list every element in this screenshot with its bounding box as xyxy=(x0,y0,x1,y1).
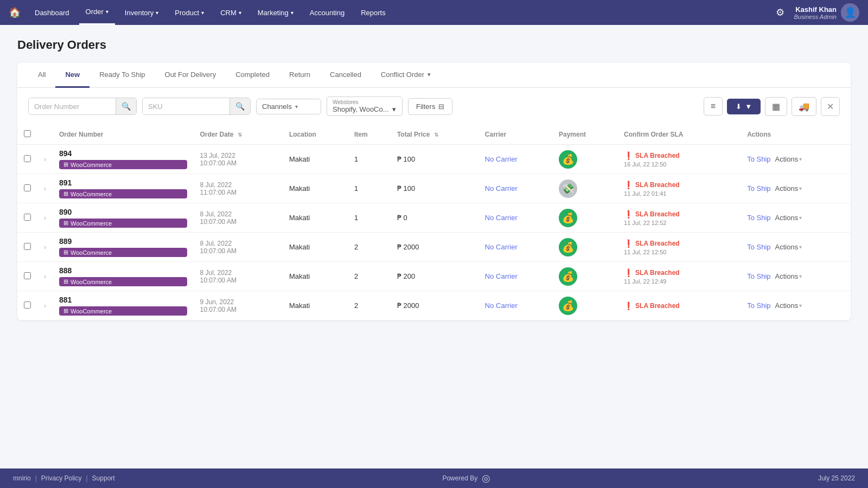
select-all-checkbox[interactable] xyxy=(24,130,31,137)
sla-status: ❗ SLA Breached xyxy=(624,151,734,160)
nav-order[interactable]: Order ▾ xyxy=(79,0,115,25)
actions-dropdown[interactable]: Actions▾ xyxy=(775,155,802,163)
location: Makati xyxy=(289,272,310,280)
to-ship-button[interactable]: To Ship xyxy=(747,301,770,310)
to-ship-button[interactable]: To Ship xyxy=(747,243,770,251)
col-actions: Actions xyxy=(741,125,851,145)
row-checkbox-cell xyxy=(17,145,37,174)
tab-ready-to-ship[interactable]: Ready To Ship xyxy=(90,63,155,88)
to-ship-button[interactable]: To Ship xyxy=(747,184,770,192)
row-checkbox[interactable] xyxy=(24,214,31,221)
row-expand-cell: › xyxy=(37,262,53,291)
row-item-cell: 2 xyxy=(348,291,391,320)
carrier: No Carrier xyxy=(485,272,518,280)
col-item: Item xyxy=(348,125,391,145)
row-checkbox[interactable] xyxy=(24,184,31,191)
expand-icon[interactable]: › xyxy=(44,214,46,222)
tab-out-for-delivery[interactable]: Out For Delivery xyxy=(155,63,226,88)
row-checkbox[interactable] xyxy=(24,155,31,162)
order-number-filter: 🔍 xyxy=(28,98,137,115)
page-title: Delivery Orders xyxy=(17,38,851,52)
row-checkbox-cell xyxy=(17,262,37,291)
actions-dropdown[interactable]: Actions▾ xyxy=(775,243,802,251)
nav-reports[interactable]: Reports xyxy=(354,0,392,25)
row-actions-cell: To Ship Actions▾ xyxy=(741,203,851,233)
row-carrier-cell: No Carrier xyxy=(478,291,552,320)
col-total-price[interactable]: Total Price ⇅ xyxy=(391,125,478,145)
platform-badge: ⊞ WooCommerce xyxy=(59,277,187,286)
col-carrier: Carrier xyxy=(478,125,552,145)
nav-product[interactable]: Product ▾ xyxy=(168,0,210,25)
tab-new[interactable]: New xyxy=(55,63,90,88)
truck-button[interactable]: 🚚 xyxy=(792,97,816,116)
row-checkbox[interactable] xyxy=(24,243,31,250)
sku-search-button[interactable]: 🔍 xyxy=(229,98,250,114)
navbar: 🏠 Dashboard Order ▾ Inventory ▾ Product … xyxy=(0,0,868,25)
tab-completed[interactable]: Completed xyxy=(226,63,279,88)
to-ship-button[interactable]: To Ship xyxy=(747,155,770,163)
expand-icon[interactable]: › xyxy=(44,156,46,163)
platform-badge: ⊞ WooCommerce xyxy=(59,160,187,169)
actions-dropdown[interactable]: Actions▾ xyxy=(775,184,802,192)
sla-date: 11 Jul, 22 01:41 xyxy=(624,190,734,197)
woo-icon: ⊞ xyxy=(63,278,68,285)
user-profile[interactable]: Kashif Khan Business Admin 👤 xyxy=(794,3,859,22)
carrier: No Carrier xyxy=(485,243,518,251)
expand-icon[interactable]: › xyxy=(44,273,46,280)
download-button[interactable]: ⬇ ▼ xyxy=(727,99,761,114)
expand-icon[interactable]: › xyxy=(44,185,46,192)
tab-all[interactable]: All xyxy=(28,63,55,88)
webstores-select[interactable]: Webstores Shopify, WooCo... ▾ xyxy=(327,97,403,116)
filters-button[interactable]: Filters ⊟ xyxy=(408,98,452,115)
to-ship-button[interactable]: To Ship xyxy=(747,214,770,222)
row-price-cell: ₱ 0 xyxy=(391,203,478,233)
order-number: 888 xyxy=(59,266,187,275)
order-number-input[interactable] xyxy=(29,99,116,114)
payment-icon: 💸 xyxy=(559,179,577,198)
row-checkbox-cell xyxy=(17,174,37,203)
row-date-cell: 9 Jun, 2022 10:07:00 AM xyxy=(194,291,283,320)
row-order-cell: 890 ⊞ WooCommerce xyxy=(53,203,194,233)
tab-cancelled[interactable]: Cancelled xyxy=(320,63,371,88)
actions-dropdown[interactable]: Actions▾ xyxy=(775,272,802,280)
order-date: 8 Jul, 2022 xyxy=(200,240,276,247)
sku-input[interactable] xyxy=(143,99,229,114)
channels-select[interactable]: Channels ▾ xyxy=(256,99,321,114)
col-order-date[interactable]: Order Date ⇅ xyxy=(194,125,283,145)
row-checkbox[interactable] xyxy=(24,301,31,309)
order-number-search-button[interactable]: 🔍 xyxy=(116,98,136,114)
tab-conflict-order[interactable]: Conflict Order ▾ xyxy=(371,63,441,88)
order-time: 10:07:00 AM xyxy=(200,277,276,284)
row-actions-cell: To Ship Actions▾ xyxy=(741,145,851,174)
total-price: ₱ 2000 xyxy=(397,301,419,310)
nav-inventory[interactable]: Inventory ▾ xyxy=(118,0,165,25)
to-ship-button[interactable]: To Ship xyxy=(747,272,770,280)
settings-icon[interactable]: ⚙ xyxy=(776,7,784,18)
actions-dropdown[interactable]: Actions▾ xyxy=(775,301,802,310)
nav-accounting[interactable]: Accounting xyxy=(303,0,351,25)
nav-marketing[interactable]: Marketing ▾ xyxy=(251,0,300,25)
clear-button[interactable]: ✕ xyxy=(821,97,840,116)
actions-dropdown[interactable]: Actions▾ xyxy=(775,214,802,222)
home-icon[interactable]: 🏠 xyxy=(9,7,21,18)
expand-icon[interactable]: › xyxy=(44,302,46,310)
platform-name: WooCommerce xyxy=(71,308,112,314)
nav-crm[interactable]: CRM ▾ xyxy=(214,0,248,25)
grid-view-button[interactable]: ▦ xyxy=(765,97,787,116)
tab-return[interactable]: Return xyxy=(279,63,320,88)
expand-icon[interactable]: › xyxy=(44,243,46,251)
row-checkbox[interactable] xyxy=(24,272,31,279)
location: Makati xyxy=(289,243,310,251)
carrier: No Carrier xyxy=(485,214,518,222)
channels-caret-icon: ▾ xyxy=(295,104,298,110)
total-price: ₱ 200 xyxy=(397,272,415,280)
order-time: 11:07:00 AM xyxy=(200,189,276,196)
row-price-cell: ₱ 2000 xyxy=(391,291,478,320)
row-location-cell: Makati xyxy=(283,174,348,203)
table-row: › 891 ⊞ WooCommerce 8 Jul, 2022 11:07:00… xyxy=(17,174,851,203)
row-payment-cell: 💰 xyxy=(552,233,617,262)
orders-table-wrap: Order Number Order Date ⇅ Location Item … xyxy=(17,125,851,320)
nav-dashboard[interactable]: Dashboard xyxy=(28,0,76,25)
list-view-button[interactable]: ≡ xyxy=(704,97,723,115)
row-sla-cell: ❗ SLA Breached 16 Jul, 22 12:50 xyxy=(617,145,741,174)
